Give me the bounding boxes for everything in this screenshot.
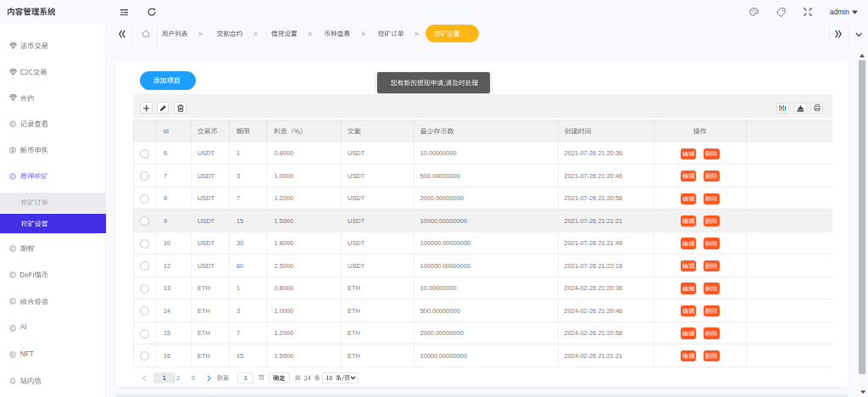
svg-text:$: $: [12, 148, 14, 153]
